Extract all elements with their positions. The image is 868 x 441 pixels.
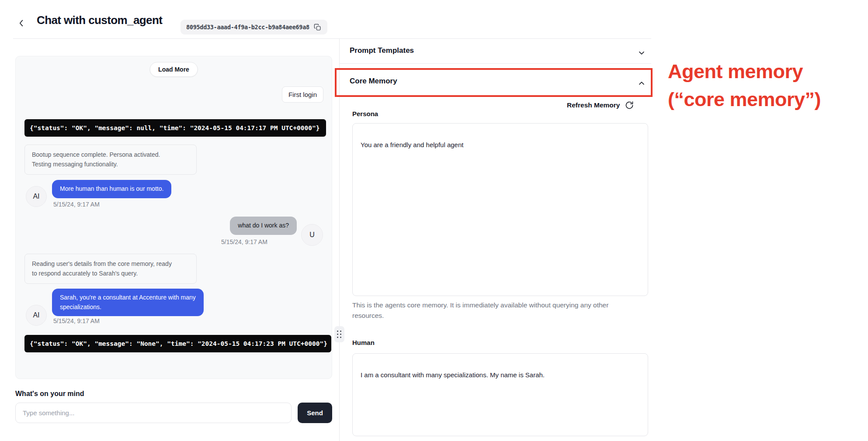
chevron-up-icon[interactable]: [637, 79, 646, 88]
persona-textarea[interactable]: You are a friendly and helpful agent: [352, 123, 648, 296]
ai-message-timestamp: 5/15/24, 9:17 AM: [53, 201, 100, 208]
panel-divider: [339, 38, 340, 441]
annotation-text: Agent memory (“core memory”): [668, 58, 821, 114]
panel-resize-handle[interactable]: [334, 326, 344, 342]
send-button[interactable]: Send: [298, 403, 332, 423]
ai-message-timestamp: 5/15/24, 9:17 AM: [53, 317, 100, 324]
chevron-down-icon[interactable]: [637, 48, 646, 57]
human-textarea[interactable]: I am a consultant with many specializati…: [352, 353, 648, 436]
status-message-1: {"status": "OK", "message": null, "time"…: [24, 119, 326, 137]
core-memory-header[interactable]: Core Memory: [350, 77, 397, 86]
chat-transcript-panel: Load More First login {"status": "OK", "…: [15, 56, 332, 379]
status-message-2: {"status": "OK", "message": "None", "tim…: [24, 335, 331, 352]
ai-message-bubble: Sarah, you're a consultant at Accenture …: [52, 289, 204, 316]
load-more-button[interactable]: Load More: [149, 62, 198, 77]
user-message-bubble: what do I work as?: [230, 217, 297, 235]
refresh-icon: [625, 101, 634, 110]
section-divider: [340, 63, 651, 64]
copy-icon: [314, 24, 321, 31]
copy-agent-id-button[interactable]: [314, 23, 322, 31]
user-message-timestamp: 5/15/24, 9:17 AM: [221, 238, 267, 245]
composer-label: What's on your mind: [15, 390, 84, 398]
persona-label: Persona: [352, 110, 378, 117]
header-divider: [13, 38, 651, 39]
ai-avatar: AI: [26, 305, 47, 326]
user-avatar: U: [301, 224, 323, 246]
ai-message-bubble: More human than human is our motto.: [52, 180, 171, 198]
first-login-badge: First login: [282, 86, 323, 103]
agent-id-value: 8095dd33-aaad-4f9a-b2cc-b9a84aee69a8: [186, 24, 309, 31]
system-note-2: Reading user's details from the core mem…: [24, 254, 197, 284]
refresh-memory-button[interactable]: Refresh Memory: [567, 101, 634, 110]
refresh-memory-label: Refresh Memory: [567, 101, 620, 109]
chevron-left-icon: [17, 18, 26, 28]
back-button[interactable]: [16, 17, 27, 29]
page-title: Chat with custom_agent: [37, 14, 162, 27]
agent-id-badge: 8095dd33-aaad-4f9a-b2cc-b9a84aee69a8: [181, 20, 327, 34]
message-input[interactable]: [15, 403, 292, 423]
prompt-templates-header[interactable]: Prompt Templates: [350, 46, 414, 55]
system-note-1: Bootup sequence complete. Persona activa…: [24, 145, 197, 175]
ai-avatar: AI: [26, 186, 47, 207]
human-label: Human: [352, 339, 375, 346]
core-memory-description: This is the agents core memory. It is im…: [352, 300, 632, 321]
chat-app: Chat with custom_agent 8095dd33-aaad-4f9…: [0, 0, 868, 441]
